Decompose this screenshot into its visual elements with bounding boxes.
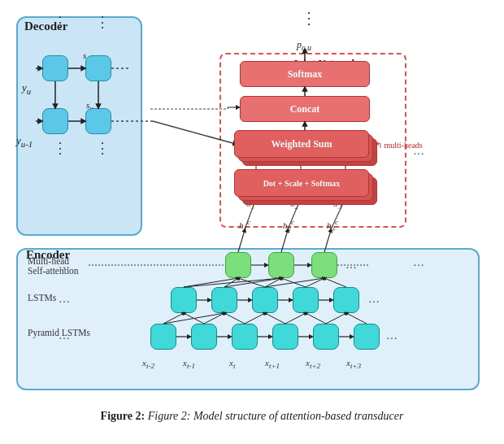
x-t-2-label: xt-2 <box>142 358 154 370</box>
decoder-node-y-u-1 <box>42 108 68 134</box>
right-dots-2: … <box>413 256 424 269</box>
x-t-label: xt <box>229 358 235 370</box>
lstm-node2 <box>252 287 278 313</box>
weighted-sum-box-front: Weighted Sum <box>234 130 369 158</box>
pyramid-node1 <box>191 324 217 350</box>
y-u-1-label: yu-1 <box>16 134 33 149</box>
h1-label: h1c <box>239 218 250 233</box>
caption-text: Figure 2: Model structure of attention-b… <box>148 410 404 422</box>
x-t1-label: xt+1 <box>265 358 280 370</box>
pyramid-node2 <box>232 324 258 350</box>
x-t2-label: xt+2 <box>306 358 320 370</box>
pyramid-node5 <box>354 324 380 350</box>
x-t-1-label: xt-1 <box>183 358 195 370</box>
right-dots-1: … <box>413 145 424 158</box>
pyramid-dots-right: … <box>386 329 398 342</box>
decoder-node-s-u1 <box>85 55 111 81</box>
mha-node2 <box>268 252 294 278</box>
dot-scale-box: Dot + Scale + Softmax <box>234 169 369 197</box>
decoder-dots-top: ⋮ <box>53 19 67 25</box>
y-u-label: yu <box>22 81 31 96</box>
pyramid-node3 <box>272 324 298 350</box>
decoder-box <box>16 16 142 236</box>
h3-label: h3c <box>327 218 338 233</box>
decoder-dots-top2: ⋮ <box>95 19 110 25</box>
decoder-node-s-u <box>85 108 111 134</box>
x-t3-label: xt+3 <box>346 358 361 370</box>
p-label: pc,u <box>297 39 311 52</box>
h2-label: h2c <box>283 218 294 233</box>
concat-box: Concat <box>240 96 370 122</box>
pyramid-node0 <box>150 324 176 350</box>
decoder-dots-bottom: ⋮ <box>53 145 67 151</box>
lstm-dots-right: … <box>368 293 380 306</box>
mha-node1 <box>225 252 251 278</box>
pyramid-label: Pyramid LSTMs <box>28 328 90 337</box>
pyramid-node4 <box>313 324 339 350</box>
top-dots: ⋮ <box>301 15 317 21</box>
main-container: Decoder Encoder Joint Network pc,u Softm… <box>0 0 504 444</box>
mha-label: Multi-headSelf-attention <box>28 256 79 276</box>
lstm-dots-left: … <box>59 293 70 306</box>
mha-dots-right: … <box>345 259 357 272</box>
lstm-node0 <box>171 287 197 313</box>
decoder-node-y-u <box>42 55 68 81</box>
caption: Figure 2: Figure 2: Model structure of a… <box>101 410 404 423</box>
decoder-dots-bottom2: ⋮ <box>95 145 110 151</box>
softmax-box: Softmax <box>240 61 370 87</box>
lstm-node4 <box>333 287 359 313</box>
diagram-area: Decoder Encoder Joint Network pc,u Softm… <box>8 8 496 407</box>
lstm-node1 <box>211 287 237 313</box>
lstm-label: LSTMs <box>28 293 56 303</box>
caption-figure: Figure 2: <box>101 410 146 422</box>
mha-node3 <box>311 252 337 278</box>
lstm-node3 <box>293 287 319 313</box>
